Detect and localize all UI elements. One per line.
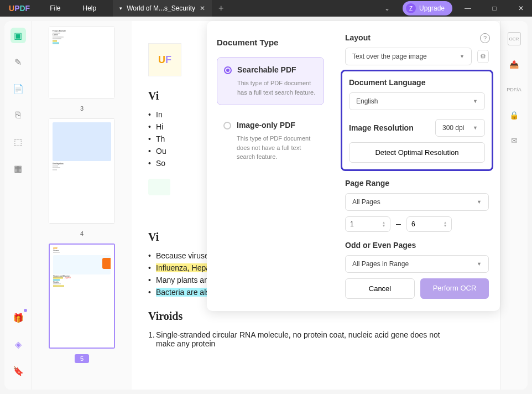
option-title: Image-only PDF bbox=[237, 121, 316, 129]
chevron-down-icon: ▼ bbox=[477, 261, 482, 267]
chevron-down-icon: ▼ bbox=[477, 199, 482, 205]
titlebar: UPDF File Help ▾ World of M...s_Security… bbox=[0, 0, 532, 17]
radio-icon bbox=[224, 66, 232, 74]
tab-title: World of M...s_Security bbox=[127, 4, 195, 12]
option-title: Searchable PDF bbox=[237, 65, 316, 74]
ocr-panel: Document Type Searchable PDF This type o… bbox=[207, 21, 500, 311]
upgrade-button[interactable]: Z Upgrade bbox=[403, 1, 452, 15]
comment-tool-icon[interactable]: ✎ bbox=[11, 54, 26, 70]
new-tab-button[interactable]: + bbox=[212, 3, 230, 13]
reader-tool-icon[interactable]: ▣ bbox=[11, 28, 26, 43]
thumb-label-5-wrap: 5 bbox=[75, 353, 89, 363]
menu-help[interactable]: Help bbox=[72, 4, 108, 12]
organize-tool-icon[interactable]: ⎘ bbox=[11, 107, 26, 123]
thumbnail-page-4[interactable]: Dinoflagellata━━━━━━━━━━━━━━━━ bbox=[49, 118, 115, 224]
viroid-list: Single-stranded circular RNA molecule, n… bbox=[148, 330, 483, 348]
document-tab[interactable]: ▾ World of M...s_Security ✕ bbox=[113, 0, 212, 17]
thumbnail-panel: Fungus Example━━━━━━━Lichen━━━━━━━━━━━━━… bbox=[32, 21, 132, 390]
spinner-icon[interactable]: ▲▼ bbox=[444, 221, 447, 227]
range-to-input[interactable]: 6▲▼ bbox=[406, 216, 452, 232]
language-select[interactable]: English▼ bbox=[349, 92, 485, 110]
maximize-button[interactable]: □ bbox=[483, 0, 505, 17]
resolution-label: Image Resolution bbox=[349, 123, 414, 132]
crop-tool-icon[interactable]: ⬚ bbox=[11, 134, 26, 149]
updf-watermark: UF bbox=[148, 43, 181, 76]
detect-resolution-button[interactable]: Detect Optimal Resolution bbox=[349, 142, 485, 163]
edit-tool-icon[interactable]: 📄 bbox=[11, 81, 26, 96]
gift-icon[interactable]: 🎁 bbox=[11, 310, 26, 325]
range-from-input[interactable]: 1▲▼ bbox=[345, 216, 390, 232]
page-range-label: Page Range bbox=[345, 179, 489, 188]
layout-select[interactable]: Text over the page image▼ bbox=[345, 48, 472, 65]
chevron-down-icon: ▼ bbox=[473, 98, 478, 104]
bookmark-icon[interactable]: 🔖 bbox=[11, 363, 26, 379]
odd-even-label: Odd or Even Pages bbox=[345, 241, 489, 250]
thumb-label-5: 5 bbox=[75, 354, 89, 363]
thumb-label-4: 4 bbox=[78, 228, 86, 239]
close-window-button[interactable]: ✕ bbox=[510, 0, 532, 17]
radio-icon bbox=[223, 122, 231, 129]
spinner-icon[interactable]: ▲▼ bbox=[382, 221, 385, 227]
lock-icon[interactable]: 🔒 bbox=[508, 108, 521, 122]
cancel-button[interactable]: Cancel bbox=[345, 278, 415, 299]
mail-icon[interactable]: ✉ bbox=[508, 134, 521, 147]
chevron-down-icon: ▼ bbox=[473, 125, 478, 131]
help-icon[interactable]: ? bbox=[480, 33, 490, 43]
chevron-down-icon[interactable]: ⌄ bbox=[376, 4, 398, 12]
layout-label: Layout bbox=[345, 33, 489, 42]
perform-ocr-button[interactable]: Perform OCR bbox=[420, 278, 489, 299]
ocr-icon[interactable]: OCR bbox=[508, 32, 521, 45]
page-range-select[interactable]: All Pages▼ bbox=[345, 193, 489, 211]
resolution-select[interactable]: 300 dpi▼ bbox=[435, 119, 485, 137]
highlighted-section: Document Language English▼ Image Resolut… bbox=[341, 70, 493, 171]
right-toolbar: OCR 📤 PDF/A 🔒 ✉ bbox=[500, 21, 528, 390]
app-logo: UPDF bbox=[0, 4, 39, 13]
option-desc: This type of PDF document does not have … bbox=[237, 134, 316, 162]
pdfa-icon[interactable]: PDF/A bbox=[508, 83, 521, 96]
heading-viroids: Viroids bbox=[148, 310, 483, 323]
tab-dropdown-icon[interactable]: ▾ bbox=[119, 6, 122, 11]
minimize-button[interactable]: — bbox=[457, 0, 479, 17]
odd-even-select[interactable]: All Pages in Range▼ bbox=[345, 255, 489, 273]
avatar: Z bbox=[406, 3, 416, 13]
close-icon[interactable]: ✕ bbox=[200, 4, 205, 12]
gear-icon[interactable]: ⚙ bbox=[477, 50, 489, 63]
thumb-label-3: 3 bbox=[78, 103, 86, 114]
list-item: Single-stranded circular RNA molecule, n… bbox=[148, 330, 483, 348]
chevron-down-icon: ▼ bbox=[460, 54, 465, 59]
option-searchable-pdf[interactable]: Searchable PDF This type of PDF document… bbox=[217, 57, 324, 105]
document-type-heading: Document Type bbox=[217, 38, 324, 47]
left-toolbar: ▣ ✎ 📄 ⎘ ⬚ ▦ 🎁 ◈ 🔖 bbox=[4, 21, 32, 390]
pages-tool-icon[interactable]: ▦ bbox=[11, 160, 26, 176]
language-label: Document Language bbox=[349, 78, 485, 87]
menu-file[interactable]: File bbox=[39, 4, 71, 12]
thumbnail-page-5[interactable]: UPDFViruses━━━━━━Viruses And Diseases━━━… bbox=[49, 243, 115, 349]
thumbnail-page-3[interactable]: Fungus Example━━━━━━━Lichen━━━━━━━━━━━━━… bbox=[49, 27, 115, 98]
option-image-only-pdf[interactable]: Image-only PDF This type of PDF document… bbox=[217, 113, 324, 169]
option-desc: This type of PDF document has a full tex… bbox=[237, 79, 316, 97]
layers-icon[interactable]: ◈ bbox=[11, 336, 26, 352]
diagram-placeholder bbox=[148, 179, 170, 195]
export-icon[interactable]: 📤 bbox=[508, 58, 521, 71]
range-separator: – bbox=[396, 219, 401, 229]
